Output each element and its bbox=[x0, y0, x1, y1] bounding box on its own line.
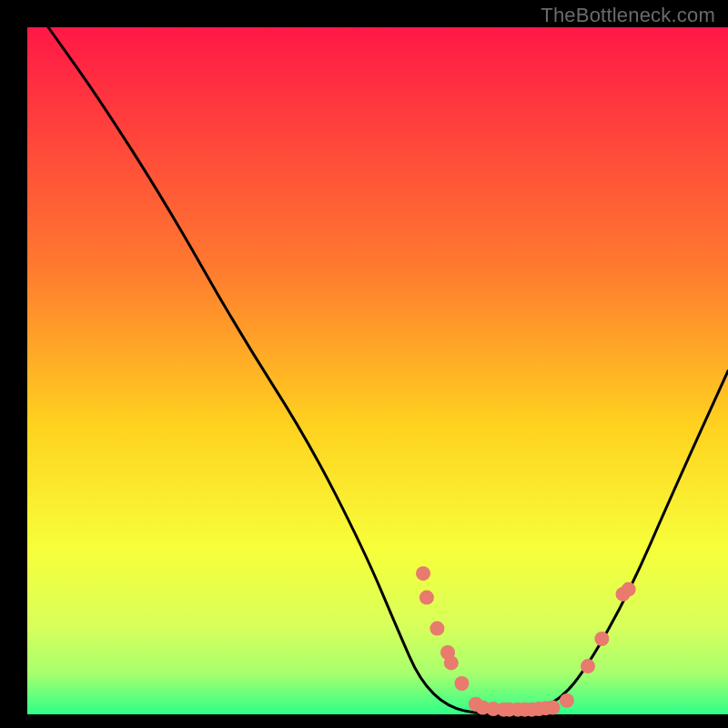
data-point bbox=[444, 655, 459, 670]
chart-stage: { "watermark": "TheBottleneck.com", "col… bbox=[0, 0, 728, 728]
data-point bbox=[560, 693, 574, 708]
bottleneck-chart bbox=[0, 0, 728, 728]
data-point bbox=[594, 632, 609, 646]
data-point bbox=[581, 659, 595, 673]
data-point bbox=[454, 676, 469, 691]
data-point bbox=[622, 582, 636, 597]
data-point bbox=[430, 622, 444, 636]
data-point bbox=[420, 591, 434, 605]
data-point bbox=[546, 701, 561, 715]
data-point bbox=[416, 566, 430, 581]
watermark-text: TheBottleneck.com bbox=[541, 4, 715, 27]
plot-background bbox=[27, 27, 728, 714]
